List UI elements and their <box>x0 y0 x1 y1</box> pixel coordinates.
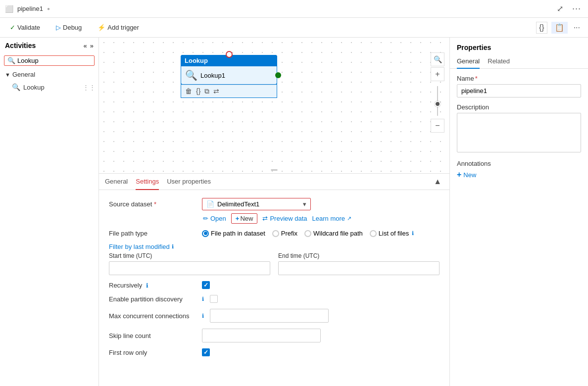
description-field-label: Description <box>457 103 581 111</box>
new-dataset-button[interactable]: + New <box>231 213 258 224</box>
topbar-more-icon[interactable]: ··· <box>570 2 583 15</box>
debug-icon: ▷ <box>56 24 61 31</box>
tab-user-properties[interactable]: User properties <box>167 174 211 190</box>
radio-unselected-indicator-2 <box>304 230 311 237</box>
sidebar-section-general[interactable]: ▼ General <box>0 68 98 81</box>
properties-panel: Properties General Related Name * Descri… <box>449 38 588 386</box>
date-row: Start time (UTC) End time (UTC) <box>109 252 440 275</box>
toolbar: ✓ Validate ▷ Debug ⚡ Add trigger {} 📋 ··… <box>0 18 588 38</box>
recursively-info-icon[interactable]: ℹ <box>146 282 148 289</box>
radio-prefix[interactable]: Prefix <box>272 230 297 237</box>
sidebar-item-lookup[interactable]: 🔍 Lookup ⋮⋮ <box>0 81 98 93</box>
node-delete-icon[interactable]: 🗑 <box>185 87 192 96</box>
list-of-files-info-icon[interactable]: ℹ <box>412 230 414 237</box>
description-textarea[interactable] <box>457 113 581 152</box>
radio-wildcard[interactable]: Wildcard file path <box>304 230 363 237</box>
node-actions: 🗑 {} ⧉ ⇄ <box>181 85 277 98</box>
dropdown-chevron-icon: ▾ <box>303 200 306 208</box>
open-dataset-button[interactable]: ✏ Open <box>203 215 226 222</box>
search-canvas-button[interactable]: 🔍 <box>431 52 444 66</box>
sidebar-collapse-icon[interactable]: « <box>84 42 87 49</box>
max-concurrent-info-icon[interactable]: ℹ <box>202 313 204 319</box>
drag-handle: ⋮⋮ <box>83 84 96 91</box>
toolbar-more-button[interactable]: ··· <box>572 22 582 33</box>
node-link-icon[interactable]: ⇄ <box>213 87 219 96</box>
panel-collapse-button[interactable]: ▲ <box>432 175 443 188</box>
pipeline-icon: ⬜ <box>5 5 13 13</box>
tab-settings[interactable]: Settings <box>136 174 159 190</box>
source-dataset-row: Source dataset * 📄 DelimitedText1 ▾ <box>109 198 440 226</box>
add-annotation-button[interactable]: + New <box>457 170 581 179</box>
file-path-type-label: File path type <box>109 230 198 237</box>
panel-content: Source dataset * 📄 DelimitedText1 ▾ <box>99 190 449 386</box>
lookup-node[interactable]: Lookup 🔍 Lookup1 🗑 {} ⧉ ⇄ <box>181 55 277 98</box>
node-top-connector <box>226 51 233 58</box>
filter-info-icon[interactable]: ℹ <box>172 243 174 250</box>
partition-checkbox[interactable] <box>210 295 218 303</box>
lookup-icon: 🔍 <box>12 83 20 91</box>
end-time-label: End time (UTC) <box>278 252 440 259</box>
zoom-in-button[interactable]: + <box>431 67 444 81</box>
learn-more-link[interactable]: Learn more ↗ <box>312 215 351 222</box>
source-dataset-select[interactable]: 📄 DelimitedText1 ▾ <box>202 198 311 210</box>
first-row-checkbox[interactable] <box>202 348 210 356</box>
plus-icon: + <box>236 215 240 222</box>
canvas-grid[interactable]: Lookup 🔍 Lookup1 🗑 {} ⧉ ⇄ <box>99 38 449 173</box>
pipeline-title: pipeline1 <box>17 5 43 12</box>
properties-title: Properties <box>450 38 588 54</box>
validate-icon: ✓ <box>10 24 15 31</box>
start-time-field: Start time (UTC) <box>109 252 270 275</box>
trigger-icon: ⚡ <box>98 24 105 31</box>
start-time-input[interactable] <box>109 261 270 275</box>
name-input[interactable] <box>457 84 581 97</box>
preview-data-button[interactable]: ⇄ Preview data <box>262 215 307 222</box>
first-row-label: First row only <box>109 349 198 356</box>
node-label: Lookup1 <box>200 72 225 79</box>
search-icon: 🔍 <box>7 57 15 64</box>
add-trigger-button[interactable]: ⚡ Add trigger <box>94 22 143 33</box>
skip-line-input[interactable] <box>202 329 321 342</box>
top-bar: ⬜ pipeline1 ● ⤢ ··· <box>0 0 588 18</box>
properties-content: Name * Description Annotations + New <box>450 69 588 386</box>
pencil-icon: ✏ <box>203 215 208 222</box>
main-layout: Activities « » 🔍 ▼ General 🔍 Lookup ⋮⋮ <box>0 38 588 386</box>
sidebar-expand-icon[interactable]: » <box>90 42 94 49</box>
expand-icon[interactable]: ⤢ <box>555 3 565 14</box>
max-concurrent-label: Max concurrent connections <box>109 312 198 320</box>
file-path-radio-group: File path in dataset Prefix Wildcard fil… <box>202 230 414 237</box>
panel-tabs: General Settings User properties ▲ <box>99 174 449 190</box>
zoom-out-button[interactable]: − <box>431 119 444 133</box>
chevron-down-icon: ▼ <box>5 72 10 78</box>
radio-list-of-files[interactable]: List of files ℹ <box>370 230 414 237</box>
end-time-field: End time (UTC) <box>278 252 440 275</box>
node-code-icon[interactable]: {} <box>196 87 200 96</box>
add-icon: + <box>457 170 461 179</box>
sidebar-header: Activities « » <box>0 38 98 53</box>
partition-info-icon[interactable]: ℹ <box>202 296 204 302</box>
source-dataset-inner: Source dataset * 📄 DelimitedText1 ▾ <box>109 198 440 210</box>
tab-general[interactable]: General <box>105 174 128 190</box>
code-icon-button[interactable]: {} <box>536 22 547 34</box>
radio-file-path-in-dataset[interactable]: File path in dataset <box>202 230 265 237</box>
node-right-connector <box>275 72 281 78</box>
filter-label-row: Filter by last modified ℹ <box>109 243 440 250</box>
recursively-checkbox[interactable] <box>202 281 210 289</box>
partition-row: Enable partition discovery ℹ <box>109 295 440 303</box>
prop-tab-related[interactable]: Related <box>488 54 510 69</box>
end-time-input[interactable] <box>278 261 440 275</box>
debug-button[interactable]: ▷ Debug <box>52 22 86 33</box>
file-path-type-row: File path type File path in dataset Pref… <box>109 230 440 237</box>
validate-button[interactable]: ✓ Validate <box>6 22 44 33</box>
panel-resize-handle[interactable]: — <box>271 166 278 173</box>
prop-tab-general[interactable]: General <box>457 54 480 69</box>
node-copy-icon[interactable]: ⧉ <box>204 87 209 96</box>
recursively-label: Recursively ℹ <box>109 282 198 289</box>
source-dataset-label: Source dataset * <box>109 200 198 208</box>
search-input[interactable] <box>17 57 91 64</box>
radio-unselected-indicator-3 <box>370 230 377 237</box>
zoom-slider[interactable] <box>431 84 444 118</box>
skip-line-row: Skip line count <box>109 329 440 342</box>
max-concurrent-input[interactable] <box>210 309 329 323</box>
recursively-row: Recursively ℹ <box>109 281 440 289</box>
monitor-icon-button[interactable]: 📋 <box>551 22 568 34</box>
